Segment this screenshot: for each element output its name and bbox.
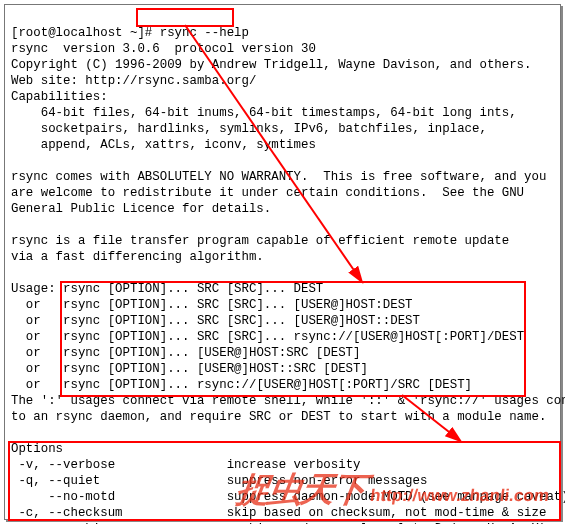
or-label: or (11, 314, 63, 328)
typed-command[interactable]: rsync --help (160, 26, 249, 40)
usage-note: to an rsync daemon, and require SRC or D… (11, 410, 546, 424)
description-line: rsync is a file transfer program capable… (11, 234, 509, 248)
or-label: or (11, 298, 63, 312)
shell-prompt: [root@localhost ~]# (11, 26, 160, 40)
description-line: via a fast differencing algorithm. (11, 250, 264, 264)
options-header: Options (11, 442, 63, 456)
capabilities-line: append, ACLs, xattrs, iconv, symtimes (11, 138, 316, 152)
version-line: rsync version 3.0.6 protocol version 30 (11, 42, 316, 56)
copyright-line: Copyright (C) 1996-2009 by Andrew Tridge… (11, 58, 532, 72)
usage-line: rsync [OPTION]... [USER@]HOST:SRC [DEST] (63, 346, 360, 360)
website-line: Web site: http://rsync.samba.org/ (11, 74, 256, 88)
terminal-output: [root@localhost ~]# rsync --help rsync v… (5, 5, 560, 524)
option-flags: --no-motd (11, 490, 115, 504)
or-label: or (11, 330, 63, 344)
option-flags: -v, --verbose (11, 458, 115, 472)
usage-line: rsync [OPTION]... SRC [SRC]... rsync://[… (63, 330, 524, 344)
usage-line: rsync [OPTION]... SRC [SRC]... [USER@]HO… (63, 314, 420, 328)
warranty-line: rsync comes with ABSOLUTELY NO WARRANTY.… (11, 170, 546, 184)
watermark: 捉虫天下http://www.zhanli.com (234, 467, 553, 513)
usage-note: The ':' usages connect via remote shell,… (11, 394, 565, 408)
watermark-text: 捉虫天下 (235, 471, 368, 508)
warranty-line: are welcome to redistribute it under cer… (11, 186, 524, 200)
watermark-url: http://www.zhanli.com (369, 486, 550, 505)
or-label: or (11, 362, 63, 376)
usage-line: rsync [OPTION]... rsync://[USER@]HOST[:P… (63, 378, 472, 392)
capabilities-line: socketpairs, hardlinks, symlinks, IPv6, … (11, 122, 487, 136)
option-flags: -q, --quiet (11, 474, 100, 488)
capabilities-line: 64-bit files, 64-bit inums, 64-bit times… (11, 106, 517, 120)
usage-line: rsync [OPTION]... SRC [SRC]... DEST (63, 282, 323, 296)
or-label: or (11, 378, 63, 392)
or-label: or (11, 346, 63, 360)
usage-line: rsync [OPTION]... [USER@]HOST::SRC [DEST… (63, 362, 368, 376)
warranty-line: General Public Licence for details. (11, 202, 271, 216)
option-flags: -c, --checksum (11, 506, 123, 520)
capabilities-header: Capabilities: (11, 90, 108, 104)
usage-line: rsync [OPTION]... SRC [SRC]... [USER@]HO… (63, 298, 412, 312)
usage-label: Usage: (11, 282, 63, 296)
screenshot-frame: [root@localhost ~]# rsync --help rsync v… (4, 4, 561, 520)
